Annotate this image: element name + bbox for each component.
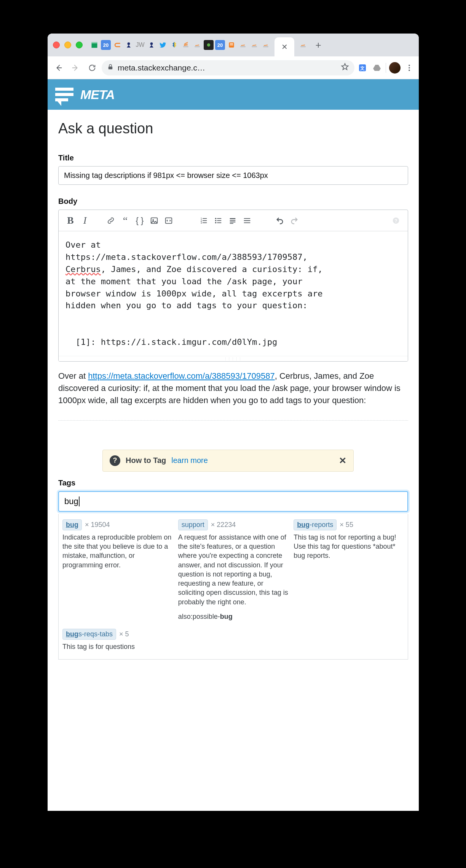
link-button[interactable] — [104, 214, 117, 227]
tag-description: A request for assistance with one of the… — [178, 533, 289, 607]
translate-extension-icon[interactable]: 文 — [357, 62, 368, 74]
tag-description: This tag is not for reporting a bug! Use… — [294, 533, 404, 561]
tab-favicon[interactable]: JW — [135, 40, 145, 50]
tag-badge[interactable]: support — [178, 519, 208, 530]
tab-favicon[interactable] — [181, 40, 191, 50]
suggestion-item[interactable]: bug× 19504 Indicates a reproducible prob… — [62, 519, 173, 621]
suggestion-item[interactable]: bug-reports× 55 This tag is not for repo… — [294, 519, 404, 621]
question-icon: ? — [110, 455, 120, 466]
svg-rect-43 — [230, 218, 236, 219]
forward-button[interactable] — [68, 61, 83, 75]
svg-rect-38 — [217, 218, 221, 219]
help-button[interactable]: ? — [389, 214, 402, 227]
star-icon[interactable] — [341, 62, 349, 73]
body-section: Body B I “ { } — [58, 197, 408, 421]
olist-button[interactable]: 123 — [197, 214, 210, 227]
fullscreen-window-button[interactable] — [76, 42, 83, 48]
svg-rect-42 — [217, 222, 221, 223]
browser-menu-icon[interactable] — [404, 62, 415, 74]
bold-button[interactable]: B — [64, 214, 77, 227]
title-input[interactable] — [58, 166, 408, 185]
close-window-button[interactable] — [53, 42, 60, 48]
tag-count: × 19504 — [85, 521, 110, 528]
active-tab[interactable]: ✕ — [274, 37, 294, 56]
svg-rect-15 — [241, 45, 245, 46]
tag-badge[interactable]: bug — [62, 519, 82, 530]
tab-favicon[interactable] — [238, 40, 248, 50]
tab-favicon[interactable] — [147, 40, 156, 50]
suggestion-row: bug× 19504 Indicates a reproducible prob… — [62, 519, 404, 621]
svg-rect-45 — [230, 221, 236, 222]
svg-point-25 — [409, 64, 410, 66]
image-button[interactable] — [148, 214, 161, 227]
tab-favicon[interactable] — [261, 40, 271, 50]
background-tabs: 20 ⊂ JW 20 — [89, 40, 271, 50]
tag-count: × 55 — [340, 521, 353, 528]
suggestion-item[interactable]: bugs-reqs-tabs× 5 This tag is for questi… — [62, 629, 404, 651]
hr-button[interactable] — [241, 214, 254, 227]
body-label: Body — [58, 197, 408, 206]
tag-badge[interactable]: bugs-reqs-tabs — [62, 629, 116, 640]
tab-favicon[interactable] — [124, 40, 134, 50]
svg-rect-22 — [109, 66, 113, 69]
title-label: Title — [58, 154, 408, 162]
tab-favicon[interactable]: ⊂ — [112, 40, 122, 50]
page-content: Ask a question Title Body B I “ { } — [48, 110, 419, 660]
extension-icons: 文 — [357, 62, 415, 74]
back-button[interactable] — [51, 61, 66, 75]
svg-point-26 — [409, 67, 410, 69]
svg-rect-21 — [301, 45, 305, 46]
tab-favicon[interactable] — [249, 40, 259, 50]
tag-badge[interactable]: bug-reports — [294, 519, 337, 530]
tab-favicon[interactable] — [227, 40, 236, 50]
drive-extension-icon[interactable] — [371, 62, 383, 74]
tab-favicon[interactable]: 20 — [101, 40, 111, 50]
tab-favicon[interactable] — [204, 40, 214, 50]
undo-button[interactable] — [273, 214, 286, 227]
svg-rect-44 — [230, 220, 236, 221]
resize-grip[interactable]: : : : : : — [59, 356, 408, 361]
profile-avatar[interactable] — [389, 62, 401, 74]
heading-button[interactable] — [226, 214, 239, 227]
close-tab-icon[interactable]: ✕ — [281, 42, 288, 51]
svg-point-39 — [215, 220, 217, 221]
svg-rect-36 — [203, 222, 207, 223]
snippet-button[interactable] — [162, 214, 175, 227]
reload-button[interactable] — [85, 61, 99, 75]
svg-text:文: 文 — [360, 66, 365, 71]
minimize-window-button[interactable] — [64, 42, 71, 48]
tab-favicon[interactable] — [298, 40, 308, 50]
body-editor: B I “ { } 123 — [58, 210, 408, 362]
tags-input[interactable]: bug — [58, 491, 408, 512]
suggestion-item[interactable]: support× 22234 A request for assistance … — [178, 519, 289, 621]
new-tab-button[interactable]: + — [312, 38, 325, 51]
page-title: Ask a question — [58, 120, 408, 137]
italic-button[interactable]: I — [78, 214, 91, 227]
code-button[interactable]: { } — [133, 214, 146, 227]
close-tip-button[interactable]: ✕ — [339, 455, 346, 466]
svg-rect-20 — [300, 46, 305, 47]
svg-rect-1 — [92, 42, 97, 43]
learn-more-link[interactable]: learn more — [171, 456, 208, 465]
redo-button[interactable] — [288, 214, 301, 227]
lock-icon — [107, 63, 114, 72]
site-banner: META — [48, 79, 419, 110]
svg-rect-14 — [240, 46, 245, 47]
svg-rect-18 — [263, 46, 268, 47]
tab-favicon[interactable] — [192, 40, 202, 50]
site-name[interactable]: META — [80, 87, 115, 102]
preview-link[interactable]: https://meta.stackoverflow.com/a/388593/… — [88, 371, 274, 381]
body-textarea[interactable]: Over at https://meta.stackoverflow.com/a… — [59, 231, 408, 356]
svg-point-41 — [215, 222, 217, 223]
tab-favicon[interactable] — [169, 40, 179, 50]
tab-favicon[interactable] — [89, 40, 99, 50]
svg-point-10 — [207, 43, 210, 46]
tab-favicon[interactable]: 20 — [215, 40, 225, 50]
tags-label: Tags — [58, 479, 408, 487]
how-to-tag-tip: ? How to Tag learn more ✕ — [102, 450, 354, 472]
site-logo-icon[interactable] — [54, 85, 75, 104]
ulist-button[interactable] — [212, 214, 225, 227]
address-bar[interactable]: meta.stackexchange.c… — [102, 60, 354, 75]
tab-favicon[interactable] — [158, 40, 168, 50]
quote-button[interactable]: “ — [119, 214, 132, 227]
